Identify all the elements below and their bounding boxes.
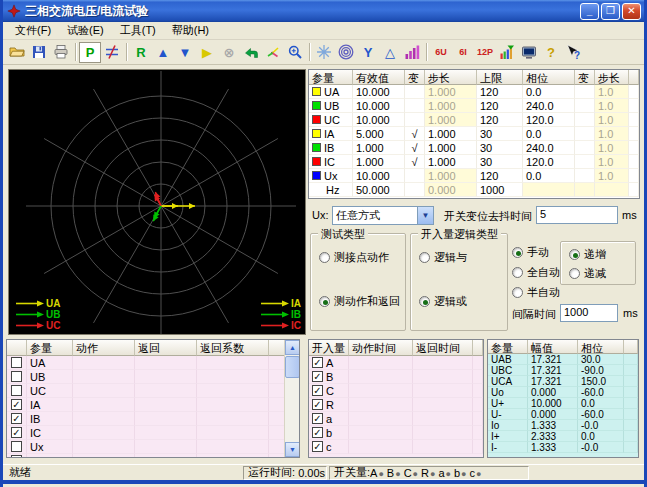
scroll-thumb[interactable] [285, 356, 300, 378]
var2-checkbox-cell[interactable] [575, 183, 595, 197]
mode-12p-button[interactable]: 12P [474, 42, 496, 63]
var2-checkbox-cell[interactable] [575, 127, 595, 141]
title-bar[interactable]: 三相交流电压/电流试验 _ ❐ ✕ [3, 0, 644, 22]
phase-cell[interactable]: 240.0 [523, 141, 575, 155]
var2-checkbox-cell[interactable] [575, 155, 595, 169]
phase-cell[interactable]: 0.0 [523, 169, 575, 183]
row-checkbox[interactable]: ✓ [11, 427, 22, 438]
var2-checkbox-cell[interactable] [575, 99, 595, 113]
step-cell[interactable]: 1.000 [425, 155, 477, 169]
row-checkbox[interactable]: ✓ [11, 399, 22, 410]
var-checkbox-cell[interactable]: √ [405, 155, 425, 169]
step2-cell[interactable]: 1.0 [595, 113, 629, 127]
scroll-down-arrow[interactable]: ▼ [285, 442, 300, 457]
value-cell[interactable]: 5.000 [353, 127, 405, 141]
menu-item-0[interactable]: 文件(F) [7, 22, 59, 39]
row-checkbox[interactable]: ✓ [312, 357, 323, 368]
open-file-icon[interactable] [6, 42, 28, 63]
menu-item-1[interactable]: 试验(E) [59, 22, 112, 39]
step2-cell[interactable] [595, 183, 629, 197]
limit-cell[interactable]: 1000 [477, 183, 523, 197]
limit-cell[interactable]: 120 [477, 113, 523, 127]
radio-icon[interactable] [419, 252, 430, 263]
zoom-in-icon[interactable] [284, 42, 306, 63]
signal-output-icon[interactable] [496, 42, 518, 63]
radio-logic-or[interactable]: 逻辑或 [419, 294, 467, 309]
radio-icon[interactable] [512, 247, 523, 258]
bars-view-icon[interactable] [401, 42, 423, 63]
step2-cell[interactable]: 1.0 [595, 155, 629, 169]
checkbox-cell[interactable] [7, 454, 27, 458]
row-checkbox[interactable]: ✓ [11, 413, 22, 424]
row-checkbox[interactable] [11, 455, 22, 458]
checkbox-cell[interactable]: ✓ [7, 412, 27, 426]
radio-icon[interactable] [419, 296, 430, 307]
checkbox-cell[interactable] [7, 370, 27, 384]
phase-cell[interactable]: 0.0 [523, 85, 575, 99]
radio-test-contact[interactable]: 测接点动作 [319, 250, 389, 265]
value-cell[interactable]: 1.000 [353, 155, 405, 169]
phase-cell[interactable]: 120.0 [523, 113, 575, 127]
var2-checkbox-cell[interactable] [575, 113, 595, 127]
radio-increment[interactable]: 递增 [569, 247, 606, 262]
var-checkbox-cell[interactable]: √ [405, 141, 425, 155]
row-checkbox[interactable] [11, 385, 22, 396]
print-icon[interactable] [50, 42, 72, 63]
var2-checkbox-cell[interactable] [575, 169, 595, 183]
radio-full-auto[interactable]: 全自动 [512, 265, 560, 280]
step2-cell[interactable]: 1.0 [595, 127, 629, 141]
menu-item-3[interactable]: 帮助(H) [164, 22, 217, 39]
step-cell[interactable]: 1.000 [425, 141, 477, 155]
step-cell[interactable]: 1.000 [425, 169, 477, 183]
start-test-button[interactable]: ▶ [196, 42, 218, 63]
limit-cell[interactable]: 30 [477, 155, 523, 169]
step-cell[interactable]: 1.000 [425, 85, 477, 99]
minimize-button[interactable]: _ [580, 3, 599, 20]
limit-cell[interactable]: 30 [477, 141, 523, 155]
save-file-icon[interactable] [28, 42, 50, 63]
row-checkbox[interactable]: ✓ [312, 371, 323, 382]
row-checkbox[interactable]: ✓ [312, 427, 323, 438]
value-cell[interactable]: 10.000 [353, 113, 405, 127]
phase-cell[interactable]: 0.0 [523, 127, 575, 141]
radio-logic-and[interactable]: 逻辑与 [419, 250, 467, 265]
value-cell[interactable]: 10.000 [353, 85, 405, 99]
radio-semi-auto[interactable]: 半自动 [512, 285, 560, 300]
radio-test-act-return[interactable]: 测动作和返回 [319, 294, 400, 309]
radio-manual[interactable]: 手动 [512, 245, 549, 260]
interval-input[interactable]: 1000 [560, 304, 618, 322]
limit-cell[interactable]: 120 [477, 85, 523, 99]
step-up-button[interactable]: ▲ [152, 42, 174, 63]
mode-6i-button[interactable]: 6I [452, 42, 474, 63]
limit-cell[interactable]: 120 [477, 169, 523, 183]
checkbox-cell[interactable] [7, 384, 27, 398]
var-checkbox-cell[interactable] [405, 113, 425, 127]
step-cell[interactable]: 1.000 [425, 113, 477, 127]
checkbox-cell[interactable]: ✓ [7, 426, 27, 440]
radio-icon[interactable] [512, 287, 523, 298]
checkbox-cell[interactable] [7, 356, 27, 370]
var-checkbox-cell[interactable] [405, 99, 425, 113]
debounce-input[interactable]: 5 [536, 206, 618, 224]
row-checkbox[interactable]: ✓ [312, 413, 323, 424]
row-checkbox[interactable]: ✓ [312, 441, 323, 452]
step-cell[interactable]: 1.000 [425, 99, 477, 113]
scroll-up-arrow[interactable]: ▲ [285, 340, 300, 355]
menu-item-2[interactable]: 工具(T) [112, 22, 164, 39]
undo-icon[interactable] [240, 42, 262, 63]
mode-6u-button[interactable]: 6U [430, 42, 452, 63]
value-cell[interactable]: 10.000 [353, 99, 405, 113]
ux-mode-select[interactable]: 任意方式 ▼ [332, 206, 434, 225]
delta-connection-button[interactable]: △ [379, 42, 401, 63]
var-checkbox-cell[interactable]: √ [405, 127, 425, 141]
maximize-button[interactable]: ❐ [601, 3, 620, 20]
phase-cell[interactable]: 120.0 [523, 155, 575, 169]
chevron-down-icon[interactable]: ▼ [417, 207, 433, 224]
radio-icon[interactable] [319, 252, 330, 263]
phase-cell[interactable] [523, 183, 575, 197]
row-checkbox[interactable]: ✓ [312, 399, 323, 410]
row-checkbox[interactable] [11, 441, 22, 452]
step-cell[interactable]: 0.000 [425, 183, 477, 197]
value-cell[interactable]: 1.000 [353, 141, 405, 155]
var-checkbox-cell[interactable] [405, 85, 425, 99]
